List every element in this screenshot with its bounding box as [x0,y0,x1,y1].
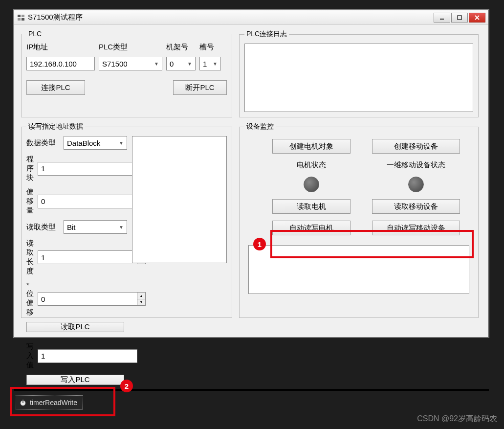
block-label: 程序块 [26,155,34,182]
motor-status-label: 电机状态 [297,160,326,170]
readwrite-group: 读写指定地址数据 数据类型 DataBlock▼ 程序块 ▲▼ 偏移量 ▲▼ [21,122,232,318]
move-status-label: 一维移动设备状态 [387,160,445,170]
readlen-label: 读取长度 [26,239,34,276]
chevron-down-icon: ▼ [154,61,159,67]
readlen-stepper[interactable]: ▲▼ [38,250,146,264]
slot-label: 槽号 [199,43,221,52]
chevron-down-icon: ▼ [213,61,218,67]
timer-label: timerReadWrite [30,399,77,406]
motor-status-indicator [304,177,319,192]
rw-legend: 读写指定地址数据 [26,122,85,131]
auto-move-button[interactable]: 自动读写移动设备 [372,221,460,235]
plc-group: PLC IP地址 PLC类型 机架号 槽号 S71500▼ 0▼ 1▼ 连接PL… [21,30,232,117]
bitoffset-stepper[interactable]: ▲▼ [38,292,146,306]
titlebar: S71500测试程序 [14,10,488,25]
writeval-input[interactable] [38,349,137,363]
connect-plc-button[interactable]: 连接PLC [26,80,85,95]
monitor-legend: 设备监控 [244,122,276,131]
readtype-select[interactable]: Bit▼ [64,220,127,234]
monitor-output-textarea[interactable] [248,245,469,294]
svg-rect-9 [22,399,24,400]
write-plc-button[interactable]: 写入PLC [26,375,124,385]
svg-rect-3 [22,18,24,21]
designer-tray-separator [14,389,489,391]
ip-label: IP地址 [26,43,95,52]
timer-icon [19,399,27,406]
writeval-label: 写入值 [26,342,34,370]
rack-select[interactable]: 0▼ [166,57,196,70]
maximize-button[interactable] [451,13,468,23]
log-textarea[interactable] [244,44,473,112]
window-title: S71500测试程序 [28,13,434,22]
slot-select[interactable]: 1▼ [199,57,221,70]
spin-down-icon[interactable]: ▼ [137,299,145,306]
read-move-button[interactable]: 读取移动设备 [372,199,460,214]
datatype-label: 数据类型 [26,138,60,148]
svg-rect-2 [18,18,21,21]
read-plc-button[interactable]: 读取PLC [26,322,124,332]
app-window: S71500测试程序 PLC IP地址 PLC类型 机架号 槽号 S71500▼… [14,10,489,338]
disconnect-plc-button[interactable]: 断开PLC [173,80,227,95]
plc-legend: PLC [26,30,44,38]
move-status-indicator [408,177,424,192]
minimize-button[interactable] [434,13,450,23]
plc-type-label: PLC类型 [99,43,162,52]
monitor-group: 设备监控 创建电机对象 电机状态 读取电机 自动读写电机 创建移动设备 一维移动… [239,122,479,318]
create-motor-button[interactable]: 创建电机对象 [272,139,351,154]
close-button[interactable] [469,13,485,23]
chevron-down-icon: ▼ [187,61,192,67]
svg-rect-0 [18,15,21,17]
block-stepper[interactable]: ▲▼ [38,162,146,176]
rack-label: 机架号 [166,43,196,52]
app-icon [17,14,25,22]
watermark: CSDN @92岁高龄码农 [417,414,497,424]
spin-up-icon[interactable]: ▲ [137,293,145,299]
create-move-button[interactable]: 创建移动设备 [372,139,460,154]
read-motor-button[interactable]: 读取电机 [272,199,351,214]
offset-stepper[interactable]: ▲▼ [38,195,146,208]
plc-type-select[interactable]: S71500▼ [99,57,162,70]
bitoffset-label: *位偏移 [26,281,34,317]
svg-rect-5 [458,16,461,20]
chevron-down-icon: ▼ [119,225,124,230]
svg-rect-1 [22,15,24,17]
datatype-select[interactable]: DataBlock▼ [64,136,127,150]
auto-motor-button[interactable]: 自动读写电机 [272,221,351,235]
timer-component[interactable]: timerReadWrite [16,395,83,410]
chevron-down-icon: ▼ [119,140,124,146]
ip-input[interactable] [26,57,95,70]
offset-label: 偏移量 [26,187,34,215]
readtype-label: 读取类型 [26,223,60,232]
rw-output-textarea[interactable] [132,136,227,263]
log-legend: PLC连接日志 [244,30,289,39]
log-group: PLC连接日志 [239,30,479,117]
